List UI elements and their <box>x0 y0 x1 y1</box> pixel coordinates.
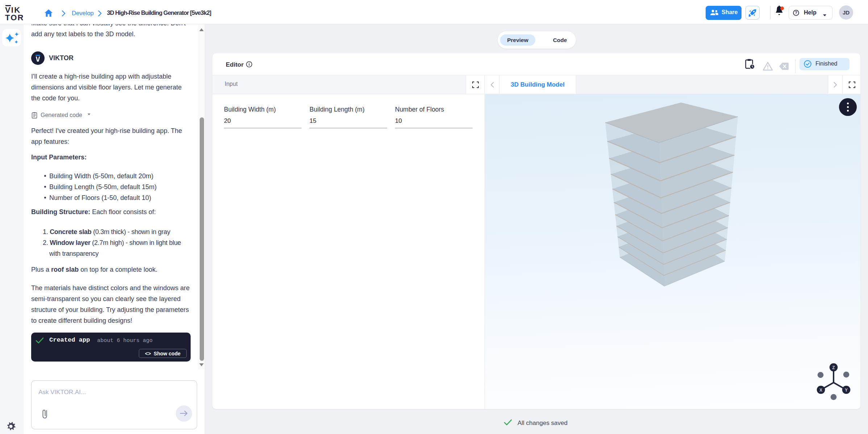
svg-text:?: ? <box>795 11 797 15</box>
svg-text:Y: Y <box>845 388 848 393</box>
svg-text:Z: Z <box>832 365 835 370</box>
svg-text:X: X <box>819 388 822 393</box>
